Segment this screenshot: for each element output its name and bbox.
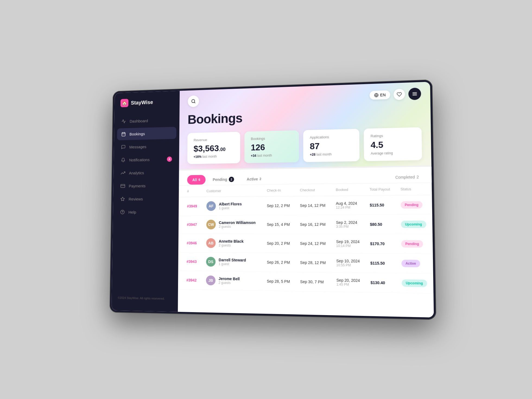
avatar: DS — [206, 257, 216, 267]
svg-rect-4 — [121, 184, 125, 188]
svg-rect-0 — [122, 132, 125, 136]
sidebar-item-label: Analytics — [129, 170, 144, 175]
stat-label-revenue: Revenue — [194, 137, 234, 142]
language-button[interactable]: EN — [369, 90, 390, 100]
table-row[interactable]: #3942 JB Jerome Bell 2 guests Sep 28, 5 … — [178, 271, 433, 294]
table-section: All 6 Pending 2 Active 2 Completed 2 — [178, 167, 434, 317]
sidebar-item-help[interactable]: Help — [116, 206, 176, 218]
stat-label-applications: Applications — [310, 134, 353, 140]
booking-id: #3942 — [178, 271, 202, 290]
table-row[interactable]: #3943 DS Darrell Steward 1 guest Sep 26,… — [178, 252, 433, 274]
avatar: AF — [206, 201, 216, 211]
booked-date: Sep 2, 2024 3:35 PM — [331, 215, 365, 234]
sidebar-item-analytics[interactable]: Analytics — [116, 166, 176, 179]
customer-cell: AF Albert Flores 1 guest — [202, 197, 262, 216]
checkin-date: Sep 26, 2 PM — [262, 253, 296, 272]
sidebar-item-label: Messages — [129, 144, 146, 149]
bookings-table: # Customer Check-In Checkout Booked Tota… — [178, 183, 434, 318]
total-payout: $115.50 — [366, 254, 397, 273]
sidebar-item-payments[interactable]: Payments — [116, 179, 176, 192]
customer-guests: 2 guests — [219, 225, 255, 229]
stat-value-bookings: 126 — [251, 142, 292, 152]
col-booked: Booked — [331, 183, 365, 196]
tab-active[interactable]: Active 2 — [241, 174, 267, 184]
customer-name: Annette Black — [219, 239, 243, 243]
stat-card-applications: Applications 87 +28 last month — [303, 129, 360, 162]
status-badge: Upcoming — [402, 279, 427, 287]
col-customer: Customer — [202, 185, 262, 197]
customer-cell: JB Jerome Bell 2 guests — [202, 271, 262, 290]
sidebar-item-reviews[interactable]: Reviews — [116, 192, 176, 205]
status-cell: Pending — [397, 234, 433, 254]
tab-pending[interactable]: Pending 2 — [207, 174, 239, 185]
tab-completed[interactable]: Completed 2 — [392, 172, 423, 183]
sidebar-logo: 🏠 StayWise — [115, 97, 180, 116]
col-id: # — [179, 185, 202, 197]
payments-icon — [120, 183, 125, 188]
stat-change-applications: +28 last month — [310, 152, 353, 157]
checkout-date: Sep 14, 12 PM — [296, 196, 332, 215]
table-row[interactable]: #3949 AF Albert Flores 1 guest Sep 12, 2… — [179, 195, 432, 216]
customer-guests: 1 guest — [219, 206, 242, 210]
checkin-date: Sep 12, 2 PM — [262, 196, 296, 215]
app-name: StayWise — [131, 99, 153, 106]
status-badge: Pending — [401, 201, 423, 208]
table-row[interactable]: #3947 CW Cameron Williamson 2 guests Sep… — [179, 215, 433, 234]
customer-guests: 2 guests — [218, 281, 240, 285]
sidebar-item-bookings[interactable]: Bookings — [117, 127, 176, 140]
avatar: JB — [206, 276, 216, 285]
page-title: Bookings — [188, 105, 422, 127]
booked-date: Aug 4, 2024 12:24 PM — [331, 196, 365, 215]
notifications-badge: 4 — [167, 157, 172, 162]
checkin-date: Sep 20, 2 PM — [262, 234, 296, 253]
dashboard-icon — [121, 119, 126, 124]
sidebar-item-label: Dashboard — [130, 118, 148, 123]
checkout-date: Sep 30, 7 PM — [296, 272, 332, 292]
svg-marker-6 — [121, 197, 125, 201]
favorites-button[interactable] — [394, 89, 405, 100]
copyright-text: ©2024 StayWise. All rights resevered. — [118, 296, 165, 300]
sidebar-item-notifications[interactable]: Notifications 4 — [117, 153, 176, 166]
sidebar-item-label: Reviews — [129, 197, 143, 201]
stat-change-bookings: +34 last month — [251, 153, 292, 158]
total-payout: $170.70 — [366, 234, 397, 254]
booked-date: Sep 19, 2024 10:14 PM — [332, 234, 366, 253]
table-row[interactable]: #3946 AB Annette Black 2 guests Sep 20, … — [178, 234, 433, 254]
sidebar-item-label: Bookings — [129, 131, 145, 136]
status-cell: Upcoming — [396, 215, 433, 234]
total-payout: $80.50 — [365, 215, 397, 234]
col-checkout: Checkout — [296, 184, 331, 196]
status-badge: Upcoming — [401, 221, 426, 228]
device-frame: 🏠 StayWise Dashboard Bookings — [109, 80, 436, 320]
col-checkin: Check-In — [262, 184, 296, 197]
sidebar-item-label: Help — [128, 210, 136, 214]
sidebar: 🏠 StayWise Dashboard Bookings — [112, 91, 180, 312]
customer-cell: AB Annette Black 2 guests — [202, 234, 262, 253]
checkout-date: Sep 28, 12 PM — [296, 253, 332, 273]
customer-cell: DS Darrell Steward 1 guest — [202, 252, 263, 272]
analytics-icon — [121, 170, 126, 176]
avatar: AB — [206, 238, 216, 248]
stat-value-revenue: $3,563.00 — [194, 143, 234, 153]
table-header: # Customer Check-In Checkout Booked Tota… — [179, 183, 432, 197]
stat-value-ratings: 4.5 — [370, 139, 415, 150]
sidebar-item-messages[interactable]: Messages — [117, 140, 176, 153]
total-payout: $130.40 — [366, 273, 397, 293]
notifications-icon — [121, 157, 126, 163]
col-status: Status — [396, 183, 432, 195]
customer-guests: 2 guests — [219, 243, 243, 247]
top-bar-actions: EN — [369, 88, 421, 102]
tab-all[interactable]: All 6 — [187, 175, 205, 185]
customer-cell: CW Cameron Williamson 2 guests — [202, 215, 262, 234]
search-button[interactable] — [188, 95, 199, 107]
status-badge: Active — [401, 260, 420, 267]
stat-label-ratings: Ratings — [370, 133, 415, 138]
table: # Customer Check-In Checkout Booked Tota… — [178, 183, 433, 294]
sidebar-item-dashboard[interactable]: Dashboard — [117, 114, 176, 127]
checkin-date: Sep 15, 4 PM — [262, 215, 296, 234]
menu-button[interactable] — [408, 88, 421, 100]
logo-icon: 🏠 — [121, 99, 129, 107]
stat-subtitle-ratings: Average rating — [371, 151, 415, 156]
checkout-date: Sep 16, 12 PM — [296, 215, 332, 234]
booking-id: #3946 — [178, 234, 202, 252]
